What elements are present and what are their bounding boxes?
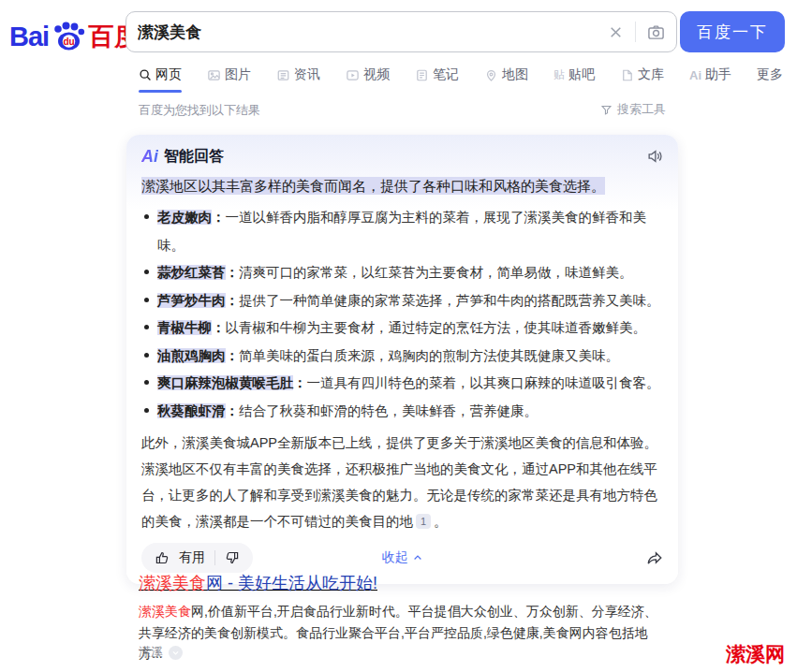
search-box[interactable]	[125, 11, 677, 52]
thumbs-down-icon[interactable]	[225, 550, 240, 565]
search-button[interactable]: 百度一下	[680, 11, 785, 52]
video-icon	[346, 68, 360, 82]
list-item: 青椒牛柳：以青椒和牛柳为主要食材，通过特定的烹饪方法，使其味道香嫩鲜美。	[141, 314, 663, 343]
speaker-icon[interactable]	[646, 148, 663, 165]
site-watermark: 潆溪网	[726, 641, 785, 667]
svg-text:du: du	[64, 37, 75, 47]
bullet-dot	[144, 353, 149, 358]
snippet-highlight: 潆溪美食	[139, 604, 191, 619]
list-item: 秋葵酿虾滑：结合了秋葵和虾滑的特色，美味鲜香，营养健康。	[141, 398, 663, 426]
ai-icon: Ai	[689, 69, 701, 81]
tab-news[interactable]: 资讯	[276, 66, 320, 93]
ai-bullet-list: 老皮嫩肉：一道以鲜香内脂和醇厚豆腐为主料的菜着，展现了潆溪美食的鲜香和美味。 蒜…	[141, 204, 663, 425]
ai-answer-card: Ai 智能回答 潆溪地区以其丰富多样的美食而闻名，提供了各种口味和风格的美食选择…	[126, 135, 678, 584]
thumbs-up-icon[interactable]	[155, 550, 170, 565]
filter-icon	[600, 104, 613, 116]
bullet-dot	[144, 408, 149, 413]
camera-icon[interactable]	[647, 23, 665, 41]
baidu-serp-page: Bai du 百度	[0, 0, 797, 672]
vertical-tabs: 网页 图片 资讯 视频 笔记 地图 贴 贴吧 文库	[139, 66, 783, 93]
useful-label[interactable]: 有用	[179, 549, 205, 566]
note-icon	[415, 68, 429, 82]
search-tools-button[interactable]: 搜索工具	[600, 101, 666, 118]
collapse-button[interactable]: 收起	[382, 549, 423, 566]
tab-notes[interactable]: 笔记	[415, 66, 459, 93]
tab-wenku[interactable]: 文库	[620, 66, 664, 93]
bullet-dot	[144, 214, 149, 219]
tab-videos[interactable]: 视频	[346, 66, 390, 93]
results-info: 百度为您找到以下结果	[139, 102, 260, 119]
ai-card-header: Ai 智能回答	[141, 147, 663, 166]
result-source: 潆溪	[139, 644, 183, 661]
document-icon	[620, 68, 634, 82]
tab-maps[interactable]: 地图	[484, 66, 528, 93]
search-input[interactable]	[138, 22, 608, 41]
source-name: 潆溪	[139, 644, 163, 661]
feedback-pill: 有用	[141, 543, 253, 573]
ai-badge: Ai	[141, 147, 158, 167]
vote-divider	[214, 550, 215, 565]
list-item: 爽口麻辣泡椒黄喉毛肚：一道具有四川特色的菜着，以其爽口麻辣的味道吸引食客。	[141, 370, 663, 398]
ai-intro-sentence: 潆溪地区以其丰富多样的美食而闻名，提供了各种口味和风格的美食选择。	[141, 176, 663, 196]
image-icon	[207, 68, 221, 82]
bullet-dot	[144, 298, 149, 302]
share-icon[interactable]	[646, 549, 663, 566]
list-item: 蒜炒红菜苔：清爽可口的家常菜，以红菜苔为主要食材，简单易做，味道鲜美。	[141, 259, 663, 287]
tab-tieba[interactable]: 贴 贴吧	[553, 66, 595, 93]
ai-card-title: 智能回答	[164, 147, 224, 167]
list-item: 老皮嫩肉：一道以鲜香内脂和醇厚豆腐为主料的菜着，展现了潆溪美食的鲜香和美味。	[141, 204, 663, 259]
clear-icon[interactable]	[608, 24, 624, 40]
logo-bai-text: Bai	[9, 22, 49, 52]
ai-summary-paragraph: 此外，潆溪美食城APP全新版本已上线，提供了更多关于潆溪地区美食的信息和体验。潆…	[141, 430, 663, 534]
tieba-icon: 贴	[553, 69, 565, 80]
baidu-paw-icon: du	[50, 20, 87, 53]
ai-card-footer: 有用 收起	[141, 543, 663, 573]
chevron-down-icon[interactable]	[169, 646, 183, 660]
search-icon	[139, 68, 152, 81]
result-snippet: 潆溪美食网,价值新平台,开启食品行业新时代。平台提倡大众创业、万众创新、分享经济…	[139, 601, 663, 665]
list-item: 油煎鸡胸肉：简单美味的蛋白质来源，鸡胸肉的煎制方法使其既健康又美味。	[141, 343, 663, 371]
search-divider	[635, 22, 636, 42]
tab-webpage[interactable]: 网页	[139, 66, 182, 93]
bullet-dot	[144, 270, 149, 274]
bullet-dot	[144, 325, 149, 329]
list-item: 芦笋炒牛肉：提供了一种简单健康的家常菜选择，芦笋和牛肉的搭配既营养又美味。	[141, 287, 663, 315]
tab-images[interactable]: 图片	[207, 66, 251, 93]
news-icon	[276, 68, 290, 82]
chevron-up-icon	[412, 552, 423, 563]
baidu-logo[interactable]: Bai du 百度	[9, 17, 140, 56]
search-bar: 百度一下	[125, 11, 785, 52]
citation-badge[interactable]: 1	[416, 514, 431, 529]
bullet-dot	[144, 380, 149, 385]
map-pin-icon	[484, 68, 498, 82]
result-title-link[interactable]: 潆溪美食网 - 美好生活从吃开始!	[139, 572, 377, 594]
tab-more[interactable]: 更多	[757, 66, 783, 93]
title-highlight: 潆溪美食	[139, 574, 206, 592]
tab-ai-assistant[interactable]: Ai 助手	[689, 66, 731, 93]
